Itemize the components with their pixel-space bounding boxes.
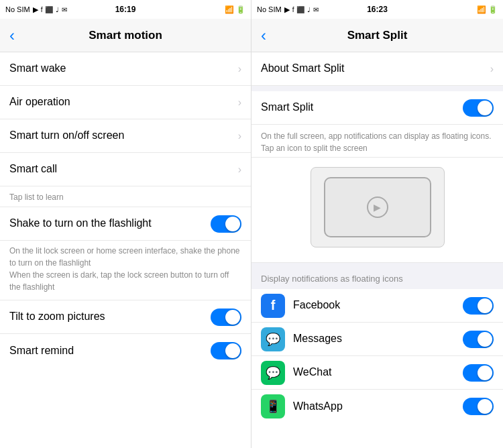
toggle-knob [478,298,492,313]
wechat-toggle[interactable] [463,364,494,382]
smart-remind-item: Smart remind [0,334,251,368]
smart-split-toggle[interactable] [463,99,494,117]
smart-wake-label: Smart wake [9,55,234,82]
toggle-knob [225,217,240,231]
youtube-icon: ▶ [33,5,38,14]
left-title: Smart motion [89,29,162,42]
tap-hint-text: Tap list to learn [9,192,64,202]
right-carrier: No SIM [257,5,282,13]
video-preview: ▶ [311,167,445,247]
facebook-icon: f [261,294,285,318]
toggle-knob [478,332,492,347]
msg-icon-status-r: ✉ [313,6,319,13]
right-panel: No SIM ▶ f ⬛ ♩ ✉ 16:23 📶 🔋 ‹ Smart Split… [252,0,503,448]
left-carrier: No SIM [5,5,30,13]
left-status-bar: No SIM ▶ f ⬛ ♩ ✉ 16:19 📶 🔋 [0,0,251,19]
fb-status-icon-r: f [292,6,294,13]
smart-remind-label: Smart remind [9,337,211,365]
left-time: 16:19 [115,5,136,14]
sidebar-item-smart-wake[interactable]: Smart wake › [0,52,251,86]
chevron-icon: › [238,97,241,109]
tilt-zoom-label: Tilt to zoom pictures [9,303,211,331]
left-list: Smart wake › Air operation › Smart turn … [0,52,251,448]
sidebar-item-air-operation[interactable]: Air operation › [0,86,251,119]
wifi-icon: 📶 [225,5,234,14]
facebook-item: f Facebook [252,289,503,323]
shake-hint-content: On the lit lock screen or home screen in… [9,246,240,292]
divider2 [252,263,503,268]
right-title: Smart Split [347,29,408,42]
messages-label: Messages [293,325,463,353]
chevron-icon: › [238,130,241,142]
chevron-icon: › [238,63,241,75]
play-button[interactable]: ▶ [367,197,388,218]
tilt-zoom-item: Tilt to zoom pictures [0,300,251,334]
toggle-knob [225,310,240,325]
youtube-icon-r: ▶ [284,5,290,14]
divider [252,86,503,91]
smart-turn-label: Smart turn on/off screen [9,122,234,150]
toggle-knob [478,101,492,115]
messages-item: 💬 Messages [252,323,503,356]
smart-split-toggle-item: Smart Split [252,91,503,125]
toggle-knob [478,366,492,380]
social-icon-r: ⬛ [296,6,304,13]
section-label-notifications: Display notifications as floating icons [252,268,503,289]
facebook-label: Facebook [293,292,463,319]
shake-flashlight-item: Shake to turn on the flashlight [0,207,251,241]
battery-icon: 🔋 [236,5,245,14]
whatsapp-label: WhatsApp [293,393,463,421]
messages-icon: 💬 [261,327,285,351]
shake-flashlight-label: Shake to turn on the flashlight [9,210,211,237]
left-header: ‹ Smart motion [0,19,251,52]
whatsapp-item: 📱 WhatsApp [252,390,503,423]
facebook-toggle[interactable] [463,297,494,315]
left-status-left: No SIM ▶ f ⬛ ♩ ✉ [5,5,115,14]
music-icon: ♩ [56,6,59,13]
right-back-button[interactable]: ‹ [261,26,266,45]
music-icon-r: ♩ [307,6,311,13]
chevron-icon: › [490,63,494,75]
section-label-text: Display notifications as floating icons [261,274,403,284]
shake-flashlight-toggle[interactable] [211,215,241,233]
fb-status-icon: f [41,6,43,13]
about-smart-split-item[interactable]: About Smart Split › [252,52,503,86]
right-status-left: No SIM ▶ f ⬛ ♩ ✉ [257,5,367,14]
wechat-label: WeChat [293,359,463,386]
wifi-icon-r: 📶 [477,5,486,14]
whatsapp-toggle[interactable] [463,398,494,415]
whatsapp-icon: 📱 [261,394,285,418]
smart-split-description: On the full screen, app notifications ca… [261,130,494,154]
right-status-bar: No SIM ▶ f ⬛ ♩ ✉ 16:23 📶 🔋 [252,0,503,19]
right-list: About Smart Split › Smart Split On the f… [252,52,503,448]
air-operation-label: Air operation [9,89,234,116]
right-time: 16:23 [367,5,388,14]
right-status-right: 📶 🔋 [388,5,498,14]
chevron-icon: › [238,164,241,176]
left-back-button[interactable]: ‹ [9,26,15,45]
msg-icon-status: ✉ [62,6,67,13]
left-panel: No SIM ▶ f ⬛ ♩ ✉ 16:19 📶 🔋 ‹ Smart motio… [0,0,252,448]
sidebar-item-smart-turn[interactable]: Smart turn on/off screen › [0,119,251,153]
smart-remind-toggle[interactable] [211,342,241,359]
sidebar-item-smart-call[interactable]: Smart call › [0,153,251,186]
social-icon: ⬛ [45,6,53,13]
wechat-item: 💬 WeChat [252,356,503,390]
smart-split-toggle-label: Smart Split [261,94,463,121]
left-status-right: 📶 🔋 [135,5,245,14]
shake-hint-text: On the lit lock screen or home screen in… [0,241,251,300]
about-smart-split-label: About Smart Split [261,55,486,82]
battery-icon-r: 🔋 [488,5,498,14]
wechat-icon: 💬 [261,361,285,385]
right-header: ‹ Smart Split [252,19,503,52]
toggle-knob [478,399,492,414]
tilt-zoom-toggle[interactable] [211,309,241,326]
phone-preview: ▶ [324,177,431,237]
messages-toggle[interactable] [463,331,494,348]
toggle-knob [225,343,240,358]
smart-call-label: Smart call [9,156,234,183]
